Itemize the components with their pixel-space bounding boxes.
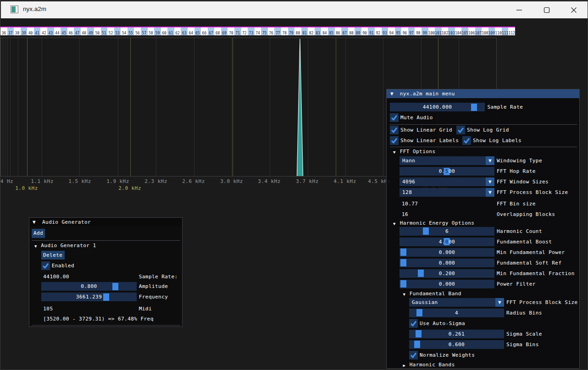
midi-note-cell[interactable]: 83 [315,28,322,35]
midi-note-cell[interactable]: 53 [114,28,121,35]
checkbox-mute-audio[interactable] [390,113,399,122]
checkbox-show-linear-grid[interactable] [390,126,399,134]
checkbox-enabled[interactable] [41,261,50,270]
slider-min-fundamental-fraction[interactable]: 0.200 [399,269,494,278]
slider-sample-rate[interactable]: 44100.000 [390,103,485,111]
midi-note-cell[interactable]: 61 [167,28,174,35]
midi-note-cell[interactable]: 106 [468,28,475,35]
midi-note-cell[interactable]: 65 [194,28,201,35]
slider-min-fundamental-power[interactable]: 0.000 [399,248,494,257]
midi-note-cell[interactable]: 100 [428,28,435,35]
midi-note-cell[interactable]: 88 [348,28,355,35]
checkbox-normalize-weights[interactable] [409,351,418,359]
tree-node-harmonic-energy-options[interactable]: Harmonic Energy Options [400,220,475,226]
midi-note-cell[interactable]: 37 [7,28,14,35]
midi-note-cell[interactable]: 74 [255,28,261,35]
tree-node-fft-options[interactable]: FFT Options [400,149,436,155]
slider-sigma-scale[interactable]: 0.261 [409,330,504,338]
combo-arrow-icon[interactable]: ▼ [486,177,494,186]
midi-note-cell[interactable]: 94 [388,28,395,35]
midi-note-cell[interactable]: 56 [134,28,141,35]
midi-note-cell[interactable]: 85 [328,28,335,35]
midi-note-cell[interactable]: 99 [422,28,428,35]
midi-note-cell[interactable]: 76 [268,28,275,35]
midi-note-cell[interactable]: 41 [34,28,41,35]
midi-note-cell[interactable]: 48 [81,28,88,35]
midi-note-cell[interactable]: 75 [261,28,268,35]
midi-note-cell[interactable]: 93 [382,28,388,35]
midi-note-cell[interactable]: 38 [14,28,21,35]
midi-note-cell[interactable]: 36 [0,28,7,35]
midi-note-cell[interactable]: 69 [221,28,228,35]
midi-note-cell[interactable]: 107 [475,28,482,35]
minimize-button[interactable] [509,1,530,18]
midi-note-cell[interactable]: 98 [415,28,422,35]
midi-note-cell[interactable]: 84 [321,28,328,35]
tree-node-harmonic-bands[interactable]: Harmonic Bands [410,362,455,368]
midi-note-cell[interactable]: 47 [74,28,81,35]
midi-note-cell[interactable]: 59 [154,28,161,35]
main-menu-title-bar[interactable]: ▼nyx.a2m main menu [387,89,579,98]
tree-closed-arrow-icon[interactable]: ▶ [403,363,406,368]
midi-note-cell[interactable]: 104 [455,28,462,35]
midi-note-cell[interactable]: 108 [482,28,488,35]
midi-note-cell[interactable]: 109 [488,28,495,35]
slider-fundamental-boost[interactable]: 4.000 [399,237,494,246]
combo-arrow-icon[interactable]: ▼ [495,298,504,307]
audio-generator-title-bar[interactable]: ▼Audio Generator [29,218,182,226]
midi-note-cell[interactable]: 112 [508,28,515,35]
midi-note-cell[interactable]: 101 [435,28,442,35]
midi-note-cell[interactable]: 97 [408,28,415,35]
midi-note-cell[interactable]: 86 [335,28,342,35]
midi-note-cell[interactable]: 105 [461,28,468,35]
midi-note-cell[interactable]: 111 [502,28,509,35]
slider-fundamental-soft-ref[interactable]: 0.000 [399,259,494,267]
slider-radius-bins[interactable]: 4 [409,309,504,317]
midi-note-cell[interactable]: 68 [214,28,221,35]
midi-note-cell[interactable]: 89 [355,28,361,35]
checkbox-show-log-grid[interactable] [456,126,465,134]
slider-fft-hop-rate[interactable]: 0.500 [399,167,494,176]
combo-windowing-type[interactable]: Hann▼ [399,156,494,165]
tree-node-audio-generator-1[interactable]: Audio Generator 1 [41,243,96,249]
midi-note-cell[interactable]: 103 [448,28,455,35]
checkbox-show-log-labels[interactable] [462,136,471,145]
midi-note-cell[interactable]: 44 [54,28,61,35]
midi-note-cell[interactable]: 52 [107,28,114,35]
checkbox-show-linear-labels[interactable] [390,136,399,145]
midi-note-cell[interactable]: 70 [227,28,234,35]
midi-note-cell[interactable]: 90 [361,28,368,35]
slider-power-filter[interactable]: 0.000 [399,280,494,288]
tree-open-arrow-icon[interactable]: ▼ [403,292,406,297]
midi-note-cell[interactable]: 40 [27,28,34,35]
midi-note-cell[interactable]: 58 [148,28,155,35]
midi-note-cell[interactable]: 95 [395,28,402,35]
midi-note-cell[interactable]: 77 [274,28,281,35]
combo-fft-window-sizes[interactable]: 4096▼ [399,177,494,186]
midi-note-cell[interactable]: 54 [121,28,128,35]
slider-harmonic-count[interactable]: 6 [399,227,494,236]
midi-note-cell[interactable]: 66 [201,28,208,35]
combo-arrow-icon[interactable]: ▼ [486,156,494,165]
close-button[interactable] [563,1,584,18]
slider-frequency[interactable]: 3661.239 [41,293,136,301]
combo-arrow-icon[interactable]: ▼ [486,188,494,197]
midi-note-cell[interactable]: 102 [442,28,449,35]
midi-note-cell[interactable]: 57 [141,28,148,35]
midi-note-cell[interactable]: 42 [40,28,47,35]
tree-node-fundamental-band[interactable]: Fundamental Band [410,291,461,297]
slider-amplitude[interactable]: 0.800 [41,282,136,291]
maximize-button[interactable] [536,1,557,18]
slider-sigma-bins[interactable]: 0.600 [409,340,504,349]
midi-note-cell[interactable]: 110 [495,28,502,35]
midi-note-cell[interactable]: 71 [234,28,241,35]
midi-note-cell[interactable]: 73 [248,28,255,35]
midi-note-cell[interactable]: 91 [368,28,375,35]
midi-note-cell[interactable]: 96 [401,28,408,35]
midi-note-cell[interactable]: 87 [341,28,348,35]
tree-open-arrow-icon[interactable]: ▼ [393,221,396,226]
midi-note-cell[interactable]: 51 [101,28,108,35]
midi-note-cell[interactable]: 79 [288,28,295,35]
checkbox-use-auto-sigma[interactable] [409,319,418,328]
midi-note-cell[interactable]: 55 [128,28,134,35]
